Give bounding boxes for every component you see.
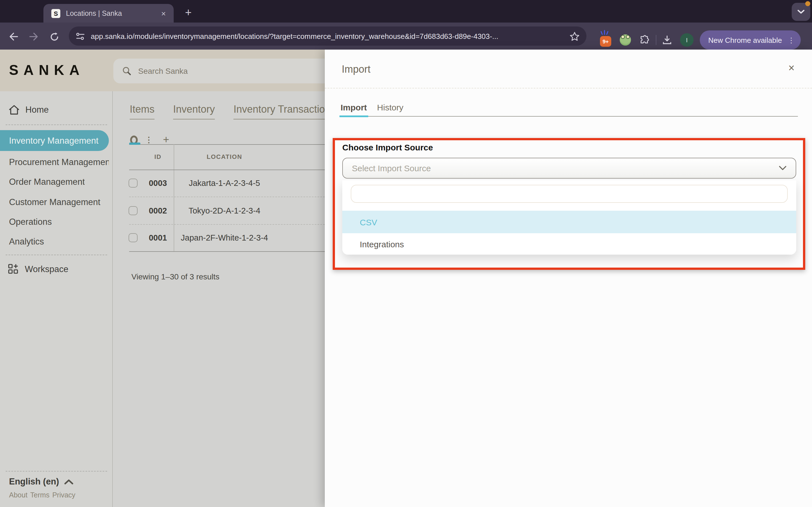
extension-badge-icon[interactable]: 9+	[600, 34, 611, 47]
tab-history[interactable]: History	[376, 103, 404, 116]
table-border-bottom	[129, 251, 325, 252]
chevron-down-icon	[797, 10, 805, 14]
sidebar-item-orders[interactable]: Order Management	[9, 172, 85, 192]
sidebar-item-operations[interactable]: Operations	[9, 212, 52, 232]
cell-id: 0001	[142, 233, 174, 242]
reload-button[interactable]	[49, 31, 60, 42]
header-border-bottom	[129, 170, 325, 170]
import-panel	[325, 50, 812, 507]
close-icon[interactable]: ×	[788, 62, 795, 73]
sidebar-item-analytics[interactable]: Analytics	[9, 231, 44, 252]
sidebar-divider	[6, 471, 107, 471]
tab-inventory-transactions[interactable]: Inventory Transactions	[234, 104, 336, 119]
panel-divider	[325, 88, 812, 89]
row-checkbox[interactable]	[129, 179, 138, 187]
sidebar-item-workspace[interactable]: Workspace	[8, 264, 68, 274]
cell-location: Tokyo-2D-A-1-2-3-4	[174, 206, 275, 215]
site-info-icon[interactable]	[75, 32, 85, 40]
column-header-id[interactable]: ID	[142, 153, 174, 160]
about-link[interactable]: About	[9, 491, 28, 499]
sidebar-item-inventory-management[interactable]: Inventory Management	[0, 130, 109, 151]
results-summary: Viewing 1–30 of 3 results	[132, 272, 219, 281]
search-icon	[122, 66, 132, 75]
privacy-link[interactable]: Privacy	[52, 491, 75, 499]
import-panel-tabs: Import History	[340, 103, 798, 117]
application-window: S Locations | Sanka × + app.sanka.io/mod…	[0, 0, 812, 507]
import-source-select[interactable]: Select Import Source	[342, 158, 796, 179]
downloads-icon[interactable]	[662, 35, 672, 45]
chevron-up-icon	[64, 479, 73, 484]
extensions-puzzle-icon[interactable]	[640, 35, 650, 45]
cell-id: 0003	[142, 179, 174, 187]
dropdown-search-input[interactable]	[351, 185, 788, 203]
import-source-dropdown: CSV Integrations	[342, 180, 796, 255]
tab-items[interactable]: Items	[130, 104, 154, 119]
row-divider	[129, 224, 325, 225]
profile-avatar[interactable]: I	[680, 33, 694, 47]
sidebar-item-label: Home	[26, 105, 49, 115]
module-tabs: Items Inventory Inventory Transactions	[130, 104, 355, 119]
column-header-location[interactable]: LOCATION	[174, 153, 275, 160]
sidebar-divider	[6, 124, 107, 125]
frog-extension-icon[interactable]	[620, 34, 631, 46]
sidebar-item-label: Workspace	[25, 264, 68, 274]
cell-location: Japan-2F-White-1-2-3-4	[174, 233, 275, 242]
terms-link[interactable]: Terms	[30, 491, 49, 499]
sidebar-item-home[interactable]: Home	[8, 105, 49, 115]
language-label: English (en)	[9, 476, 59, 487]
address-bar[interactable]: app.sanka.io/modules/inventorymanagement…	[69, 26, 587, 46]
language-selector[interactable]: English (en)	[9, 476, 73, 487]
sidebar-item-customers[interactable]: Customer Management	[9, 192, 100, 212]
cell-location: Jakarta-1-A-2-3-4-5	[174, 179, 275, 187]
cell-id: 0002	[142, 206, 174, 215]
notification-dot	[805, 1, 810, 6]
browser-tab[interactable]: S Locations | Sanka ×	[43, 4, 174, 22]
option-csv[interactable]: CSV	[342, 211, 796, 233]
import-panel-title: Import	[342, 64, 370, 75]
tab-inventory[interactable]: Inventory	[173, 104, 215, 119]
option-integrations[interactable]: Integrations	[342, 233, 796, 255]
row-divider	[129, 196, 325, 197]
chevron-down-icon	[779, 166, 786, 171]
sidebar-item-procurement[interactable]: Procurement Management	[9, 152, 109, 172]
row-checkbox[interactable]	[129, 206, 138, 215]
forward-button[interactable]	[28, 31, 40, 42]
toolbar-divider	[656, 35, 656, 45]
chrome-update-button[interactable]: New Chrome available ⋮	[700, 31, 801, 50]
sparkle-icon	[601, 30, 608, 35]
back-button[interactable]	[8, 31, 19, 42]
sidebar-item-label: Inventory Management	[9, 135, 98, 146]
sidebar-divider	[6, 255, 107, 255]
extensions-cluster: 9+ I New Chrome available ⋮	[600, 31, 801, 50]
home-icon	[8, 105, 20, 115]
active-view-indicator	[129, 143, 140, 145]
workspace-grid-icon	[8, 264, 18, 274]
row-checkbox[interactable]	[129, 233, 138, 242]
url-text[interactable]: app.sanka.io/modules/inventorymanagement…	[91, 32, 569, 40]
tab-title: Locations | Sanka	[66, 9, 159, 17]
tab-close-icon[interactable]: ×	[159, 8, 168, 18]
tab-favicon: S	[51, 9, 60, 18]
chrome-update-label: New Chrome available	[708, 36, 782, 44]
choose-import-source-title: Choose Import Source	[342, 143, 433, 152]
footer-links: About Terms Privacy	[9, 491, 75, 499]
select-placeholder: Select Import Source	[352, 163, 431, 173]
search-input[interactable]	[137, 66, 252, 76]
view-options-icon[interactable]: ⋮	[145, 135, 153, 144]
sanka-logo[interactable]: SANKA	[9, 62, 85, 78]
global-search[interactable]	[113, 59, 356, 83]
table-border-top	[129, 144, 325, 145]
browser-menu-icon[interactable]: ⋮	[788, 36, 795, 44]
tab-import[interactable]: Import	[340, 103, 368, 116]
new-tab-button[interactable]: +	[181, 4, 196, 20]
bookmark-star-icon[interactable]	[569, 31, 580, 41]
